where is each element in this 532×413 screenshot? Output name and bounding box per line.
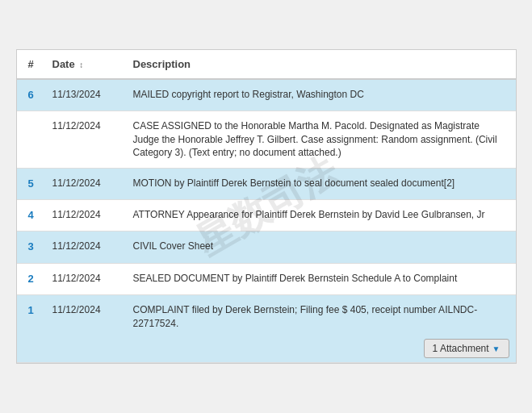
row-num[interactable]: 1 (23, 300, 48, 321)
row-description: CASE ASSIGNED to the Honorable Martha M.… (128, 116, 509, 163)
attachment-button[interactable]: 1 Attachment ▼ (424, 339, 509, 358)
row-date: 11/12/2024 (48, 300, 128, 320)
sort-icon[interactable]: ↕ (79, 60, 83, 69)
dropdown-arrow-icon: ▼ (492, 344, 501, 353)
col-header-description: Description (128, 55, 509, 73)
row-date: 11/12/2024 (48, 236, 128, 257)
table-row: 2 11/12/2024 SEALED DOCUMENT by Plaintif… (17, 264, 516, 295)
attachment-label: 1 Attachment (433, 343, 489, 354)
col-header-num: # (23, 55, 48, 73)
table-row: 5 11/12/2024 MOTION by Plaintiff Derek B… (17, 169, 516, 200)
row-num (23, 116, 48, 123)
row-date: 11/12/2024 (48, 269, 128, 289)
table-row: 3 11/12/2024 CIVIL Cover Sheet (17, 232, 516, 263)
table-row: 4 11/12/2024 ATTORNEY Appearance for Pla… (17, 200, 516, 232)
docket-table: 星数司法 # Date ↕ Description 6 11/13/2024 M… (16, 49, 517, 365)
col-header-date: Date ↕ (48, 55, 128, 73)
row-description: ATTORNEY Appearance for Plaintiff Derek … (128, 205, 509, 225)
row-date: 11/12/2024 (48, 205, 128, 225)
row-num[interactable]: 5 (23, 173, 48, 194)
row-num[interactable]: 4 (23, 205, 48, 226)
table-row: 6 11/13/2024 MAILED copyright report to … (17, 80, 516, 111)
row-num[interactable]: 2 (23, 269, 48, 290)
row-description: MAILED copyright report to Registrar, Wa… (128, 85, 509, 105)
table-row: 11/12/2024 CASE ASSIGNED to the Honorabl… (17, 111, 516, 169)
row-description: COMPLAINT filed by Derek Bernstein; Fili… (128, 300, 509, 334)
row-num[interactable]: 6 (23, 85, 48, 106)
row-date: 11/12/2024 (48, 116, 128, 136)
table-header: # Date ↕ Description (17, 50, 516, 80)
row-date: 11/13/2024 (48, 85, 128, 105)
row-num[interactable]: 3 (23, 236, 48, 257)
row-description: SEALED DOCUMENT by Plaintiff Derek Berns… (128, 269, 509, 289)
row-date: 11/12/2024 (48, 173, 128, 194)
row-description: CIVIL Cover Sheet (128, 236, 509, 257)
row-description: MOTION by Plaintiff Derek Bernstein to s… (128, 173, 509, 194)
